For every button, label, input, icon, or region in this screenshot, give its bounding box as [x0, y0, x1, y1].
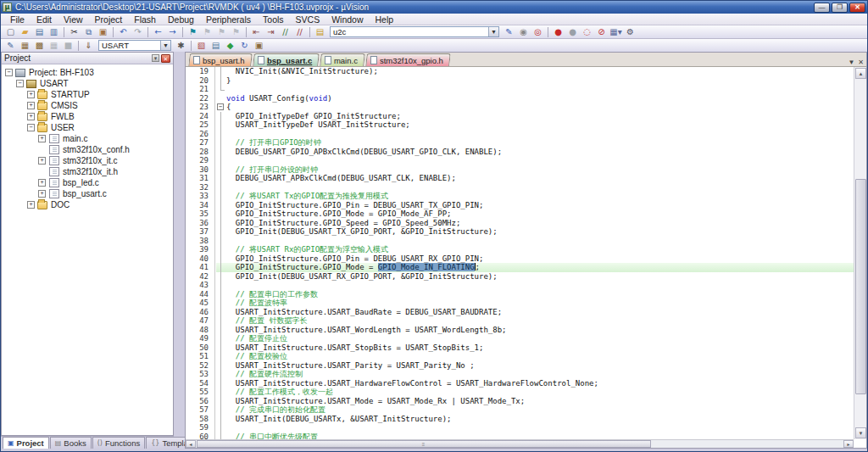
navigate-back-button[interactable]: ←	[151, 26, 165, 38]
code-line[interactable]: 42 GPIO_Init(DEBUG_USART_RX_GPIO_PORT, &…	[186, 272, 854, 282]
build-target-button[interactable]: ▦	[18, 40, 32, 52]
tab-list-icon[interactable]: ▼	[848, 59, 854, 66]
minimize-button[interactable]: —	[814, 3, 830, 13]
scroll-right-icon[interactable]: ►	[843, 440, 854, 448]
tree-item-main-c[interactable]: +main.c	[2, 133, 173, 144]
code-line[interactable]: 19 NVIC_Init(&NVIC_InitStructure);	[186, 67, 854, 76]
code-line[interactable]: 27 // 打开串口GPIO的时钟	[186, 138, 854, 148]
bookmark-toggle-button[interactable]: ⚑	[186, 26, 200, 38]
code-line[interactable]: 47 // 配置 针数据字长	[186, 316, 854, 326]
incremental-find-button[interactable]: ✎	[502, 26, 516, 38]
menu-window[interactable]: Window	[326, 14, 369, 25]
software-packs-button[interactable]: ↻	[237, 40, 252, 52]
comment-selection-button[interactable]: ∕∕	[278, 26, 292, 38]
tree-item-usart[interactable]: −USART	[2, 78, 173, 89]
code-line[interactable]: 41 GPIO_InitStructure.GPIO_Mode = GPIO_M…	[186, 263, 854, 272]
menu-view[interactable]: View	[58, 14, 89, 25]
bookmark-next-button[interactable]: ⚑	[214, 26, 229, 38]
new-file-button[interactable]: ▢	[3, 26, 18, 38]
code-line[interactable]: 55 // 配置工作模式，收发一起	[186, 388, 854, 397]
batch-build-button[interactable]: ▦	[47, 40, 61, 52]
close-button[interactable]: ✕	[849, 3, 865, 13]
code-line[interactable]: 25 USART_InitTypeDef USART_InitStructure…	[186, 120, 854, 130]
expand-icon[interactable]: +	[27, 201, 35, 209]
code-line[interactable]: 52 USART_InitStructure.USART_Parity = US…	[186, 361, 854, 371]
code-line[interactable]: 49 // 配置停止位	[186, 334, 854, 343]
target-combo[interactable]: USART▼	[98, 40, 171, 51]
translate-file-button[interactable]: ✎	[3, 40, 18, 52]
code-line[interactable]: 30 // 打开串口外设的时钟	[186, 165, 854, 175]
scroll-down-icon[interactable]: ▼	[855, 427, 866, 438]
window-layout-button[interactable]: ▦▾	[609, 26, 623, 38]
expand-icon[interactable]: +	[38, 135, 46, 142]
expand-icon[interactable]: +	[27, 91, 35, 98]
code-line[interactable]: 35 GPIO_InitStructure.GPIO_Mode = GPIO_M…	[186, 209, 854, 219]
code-line[interactable]: 26	[186, 130, 854, 139]
restore-button[interactable]: ❐	[832, 3, 848, 13]
paste-button[interactable]: ▣	[96, 26, 110, 38]
menu-project[interactable]: Project	[89, 14, 129, 25]
code-line[interactable]: 46 USART_InitStructure.USART_BaudRate = …	[186, 308, 854, 317]
menu-edit[interactable]: Edit	[31, 14, 58, 25]
pack-installer-button[interactable]: ▣	[252, 40, 266, 52]
code-line[interactable]: 43	[186, 281, 854, 290]
code-line[interactable]: 23−{	[186, 103, 854, 112]
manage-project-items-button[interactable]: ▧	[194, 40, 209, 52]
code-line[interactable]: 51 // 配置校验位	[186, 352, 854, 361]
code-line[interactable]: 56 USART_InitStructure.USART_Mode = USAR…	[186, 397, 854, 406]
code-area[interactable]: 19 NVIC_Init(&NVIC_InitStructure);20}212…	[186, 67, 854, 439]
uncomment-selection-button[interactable]: ∕∕	[292, 26, 307, 38]
save-button[interactable]: ▤	[32, 26, 47, 38]
expand-icon[interactable]: +	[27, 102, 35, 109]
code-line[interactable]: 37 GPIO_Init(DEBUG_USART_TX_GPIO_PORT, &…	[186, 227, 854, 237]
tab-bsp_usart-c[interactable]: bsp_usart.c	[253, 53, 320, 66]
code-line[interactable]: 48 USART_InitStructure.USART_WordLength …	[186, 326, 854, 335]
code-line[interactable]: 20}	[186, 76, 854, 86]
code-line[interactable]: 45 // 配置波特率	[186, 299, 854, 308]
code-line[interactable]: 34 GPIO_InitStructure.GPIO_Pin = DEBUG_U…	[186, 201, 854, 210]
code-line[interactable]: 40 GPIO_InitStructure.GPIO_Pin = DEBUG_U…	[186, 254, 854, 264]
manage-rte-button[interactable]: ◆	[223, 40, 237, 52]
tree-item-doc[interactable]: +DOC	[2, 199, 173, 210]
unindent-button[interactable]: ⇤	[249, 26, 264, 38]
menu-peripherals[interactable]: Peripherals	[200, 14, 257, 25]
tree-item-stm32f10x-it-c[interactable]: +stm32f10x_it.c	[2, 155, 173, 166]
code-line[interactable]: 53 // 配置硬件流控制	[186, 370, 854, 379]
panel-splitter[interactable]	[174, 52, 185, 449]
menu-help[interactable]: Help	[370, 14, 400, 25]
kill-all-breakpoints-button[interactable]: ⊘	[594, 26, 609, 38]
insert-breakpoint-button[interactable]: ●	[551, 26, 565, 38]
code-line[interactable]: 60 // 串口中断优先级配置	[186, 432, 854, 440]
tree-item-stm32f10x-conf-h[interactable]: stm32f10x_conf.h	[2, 144, 173, 155]
view-tab-functions[interactable]: ()Functions	[92, 437, 145, 449]
code-line[interactable]: 22void USART_Config(void)	[186, 94, 854, 103]
find-in-files-button[interactable]: ◎	[531, 26, 545, 38]
bookmark-clear-button[interactable]: ⚑	[229, 26, 243, 38]
download-code-button[interactable]: ⇓	[81, 40, 96, 52]
expand-icon[interactable]: +	[38, 157, 46, 165]
chevron-down-icon[interactable]: ▼	[488, 27, 498, 36]
open-file-button[interactable]: ▰	[18, 26, 32, 38]
options-for-target-button[interactable]: ✱	[174, 40, 188, 52]
tree-item-startup[interactable]: +STARTUP	[2, 89, 173, 100]
menu-file[interactable]: File	[4, 14, 31, 25]
tree-item-bsp-led-c[interactable]: +bsp_led.c	[2, 177, 173, 188]
collapse-icon[interactable]: −	[16, 80, 24, 87]
code-line[interactable]: 31 DEBUG_USART_APBxClkCmd(DEBUG_USART_CL…	[186, 174, 854, 183]
cut-button[interactable]: ✂	[67, 26, 81, 38]
redo-button[interactable]: ↷	[131, 26, 145, 38]
fold-collapse-icon[interactable]: −	[217, 103, 224, 110]
code-line[interactable]: 54 USART_InitStructure.USART_HardwareFlo…	[186, 379, 854, 388]
indent-button[interactable]: ⇥	[264, 26, 278, 38]
toggle-breakpoint-button[interactable]: ●	[565, 26, 580, 38]
view-tab-project[interactable]: ▣Project	[3, 437, 49, 449]
code-line[interactable]: 24 GPIO_InitTypeDef GPIO_InitStructure;	[186, 112, 854, 121]
code-line[interactable]: 44 // 配置串口的工作参数	[186, 290, 854, 299]
find-book-button[interactable]: ▤	[313, 26, 327, 38]
expand-icon[interactable]: +	[27, 113, 35, 120]
stop-build-button[interactable]: ■	[61, 40, 75, 52]
tree-item-bsp-usart-c[interactable]: +bsp_usart.c	[2, 188, 173, 199]
scroll-left-icon[interactable]: ◄	[186, 440, 196, 448]
view-tab-books[interactable]: ▤Books	[50, 437, 92, 449]
collapse-icon[interactable]: −	[5, 69, 13, 76]
